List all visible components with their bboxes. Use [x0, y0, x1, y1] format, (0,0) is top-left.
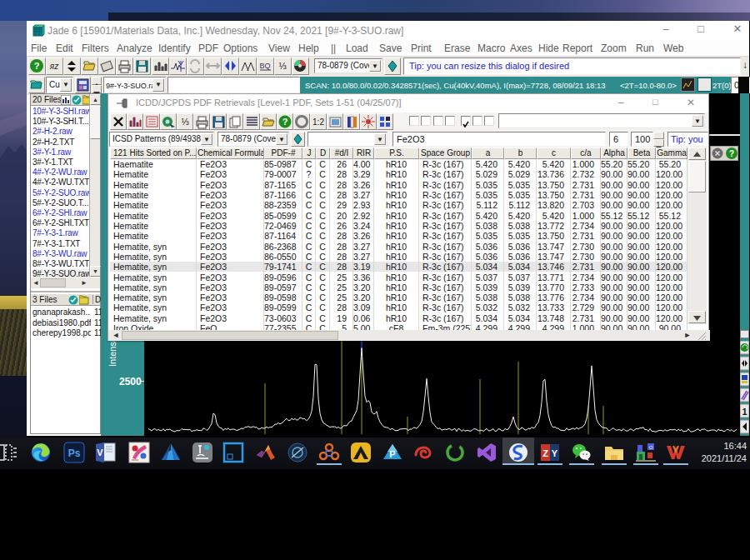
- svg-text:Z: Z: [542, 448, 548, 458]
- svg-text:V: V: [97, 448, 103, 458]
- svg-text:Y: Y: [552, 448, 558, 458]
- svg-text:⅓: ⅓: [181, 117, 188, 127]
- svg-text:1:2: 1:2: [312, 118, 324, 127]
- svg-text:?: ?: [729, 149, 734, 158]
- svg-text:BQ: BQ: [259, 62, 270, 70]
- svg-text:O: O: [649, 445, 653, 450]
- svg-text:1: 1: [742, 407, 747, 417]
- svg-text:⅓: ⅓: [278, 61, 286, 71]
- svg-text:яz: яz: [49, 62, 58, 71]
- svg-text:Ps: Ps: [68, 448, 81, 459]
- svg-text:?: ?: [34, 61, 40, 71]
- svg-text:P: P: [389, 449, 395, 459]
- svg-text:?: ?: [282, 117, 288, 127]
